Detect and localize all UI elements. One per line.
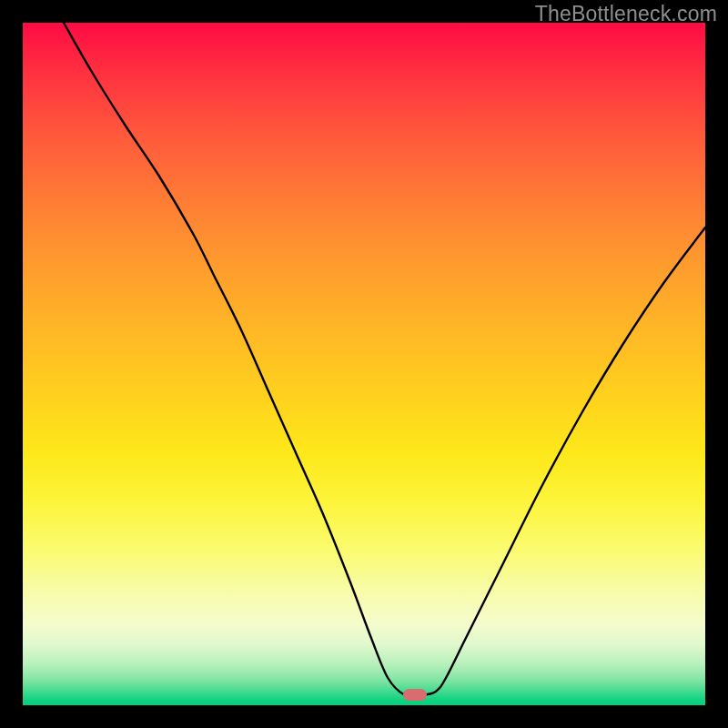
chart-frame: TheBottleneck.com <box>0 0 728 728</box>
bottleneck-curve <box>23 23 705 705</box>
plot-background <box>23 23 705 705</box>
optimal-point-marker <box>403 689 427 701</box>
